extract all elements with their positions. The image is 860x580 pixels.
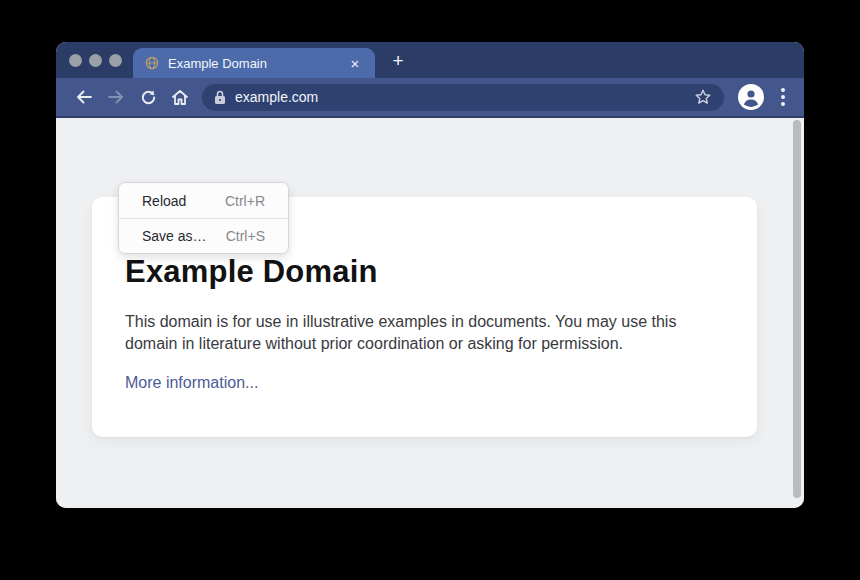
browser-window: Example Domain × + — [56, 42, 804, 508]
menu-item-shortcut: Ctrl+S — [226, 228, 265, 244]
tab-example-domain[interactable]: Example Domain × — [133, 48, 375, 78]
minimize-window-button[interactable] — [89, 54, 102, 67]
menu-item-shortcut: Ctrl+R — [225, 193, 265, 209]
close-window-button[interactable] — [69, 54, 82, 67]
browser-menu-button[interactable] — [774, 88, 792, 106]
more-information-link[interactable]: More information... — [125, 374, 258, 392]
page-scrollbar[interactable] — [793, 120, 801, 498]
bookmark-star-icon[interactable] — [694, 88, 712, 106]
traffic-lights — [69, 54, 122, 67]
context-menu: Reload Ctrl+R Save as… Ctrl+S — [118, 182, 289, 254]
page-paragraph: This domain is for use in illustrative e… — [125, 311, 721, 355]
tab-title: Example Domain — [168, 56, 347, 71]
page-heading: Example Domain — [125, 254, 721, 290]
maximize-window-button[interactable] — [109, 54, 122, 67]
menu-item-reload[interactable]: Reload Ctrl+R — [119, 183, 288, 218]
menu-item-label: Reload — [142, 193, 186, 209]
forward-button[interactable] — [100, 85, 132, 109]
home-button[interactable] — [164, 85, 196, 109]
new-tab-button[interactable]: + — [388, 51, 408, 70]
page-viewport: Example Domain This domain is for use in… — [56, 118, 804, 508]
tab-strip: Example Domain × + — [56, 42, 804, 78]
url-text: example.com — [235, 89, 318, 105]
back-button[interactable] — [68, 85, 100, 109]
lock-icon — [214, 90, 226, 105]
menu-item-save-as[interactable]: Save as… Ctrl+S — [119, 218, 288, 253]
globe-favicon-icon — [145, 56, 159, 70]
profile-avatar-button[interactable] — [738, 84, 764, 110]
address-bar[interactable]: example.com — [202, 84, 724, 111]
reload-button[interactable] — [132, 85, 164, 109]
browser-toolbar: example.com — [56, 78, 804, 118]
menu-item-label: Save as… — [142, 228, 207, 244]
tab-close-icon[interactable]: × — [347, 56, 363, 71]
